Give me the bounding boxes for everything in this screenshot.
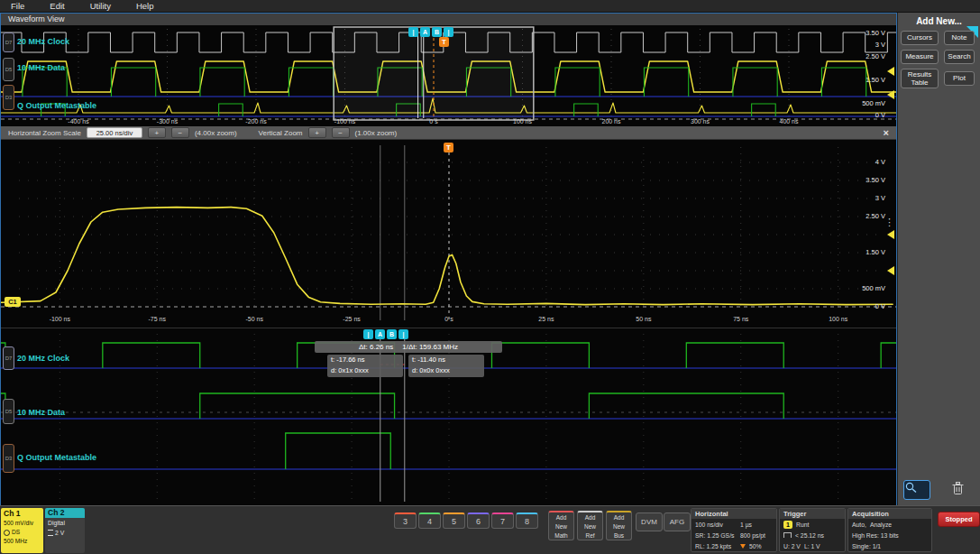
digital-channel-tab[interactable]: D7 [3, 32, 14, 52]
add-new-bus-button[interactable]: AddNewBus [606, 511, 632, 540]
add-new-ref-button[interactable]: AddNewRef [577, 511, 603, 540]
ch1-reference-badge[interactable]: C1 [5, 297, 21, 307]
cursor-b-handle-icon[interactable]: | [398, 329, 408, 339]
digital-waveform-view[interactable]: | A B | Δt: 6.26 ns 1/Δt: 159.63 MHz t: … [1, 328, 896, 505]
cursor-b-time: t: -11.40 ns [412, 355, 484, 365]
probe-icon [4, 530, 10, 536]
cursor-a-data: d: 0x1x 0xxx [331, 365, 403, 376]
sidebar-button-cursors[interactable]: Cursors [901, 31, 939, 45]
cursor-a-handle-icon[interactable]: | [408, 27, 418, 37]
level-marker-arrow-icon [887, 90, 894, 99]
trigger-marker-icon[interactable]: T [444, 143, 453, 152]
channel-buttons: 345678 [394, 512, 538, 529]
panel-drag-handle-icon[interactable]: ⋮ [884, 217, 894, 226]
digital-channel-tab[interactable]: D5 [3, 58, 14, 81]
cursor-b-badge[interactable]: B [387, 329, 397, 339]
inverse-delta-t-value: 1/Δt: 159.63 MHz [402, 343, 458, 351]
time-tick-label: -25 ns [336, 316, 367, 322]
channel-label: 20 MHz Clock [17, 37, 69, 46]
channel-2-mode: Digital [45, 518, 85, 528]
channel-1-badge[interactable]: Ch 1 500 mV/div DS 500 MHz [1, 508, 43, 553]
dvm-button[interactable]: DVM [636, 512, 663, 531]
menu-help[interactable]: Help [136, 1, 154, 11]
digital-channel-tab[interactable]: D7 [3, 346, 14, 370]
digital-channel-tab[interactable]: D5 [3, 399, 14, 424]
horizontal-scale: 100 ns/div [695, 522, 737, 528]
digital-overlay: | A B | Δt: 6.26 ns 1/Δt: 159.63 MHz t: … [1, 328, 896, 505]
acquisition-settings-panel[interactable]: Acquisition Auto,Analyze High Res: 13 bi… [847, 508, 932, 552]
cursor-b-badge[interactable]: B [432, 27, 442, 37]
channel-4-button[interactable]: 4 [418, 512, 441, 529]
h-zoom-decrease-button[interactable]: − [171, 127, 189, 138]
afg-button[interactable]: AFG [664, 512, 691, 531]
volt-tick-label: 4 V [844, 158, 885, 166]
h-zoom-increase-button[interactable]: + [148, 127, 166, 138]
cursor-b-handle-icon[interactable]: | [444, 27, 453, 37]
zoom-tool-button[interactable] [903, 480, 930, 500]
v-zoom-decrease-button[interactable]: − [332, 127, 350, 138]
channel-5-button[interactable]: 5 [443, 512, 465, 529]
time-tick-label: 75 ns [726, 316, 756, 322]
channel-2-name: Ch 2 [45, 508, 85, 518]
channel-2-badge[interactable]: Ch 2 Digital 2 V [45, 508, 85, 553]
menu-file[interactable]: File [11, 1, 24, 11]
horizontal-settings-panel[interactable]: Horizontal 100 ns/div1 µs SR: 1.25 GS/s8… [691, 508, 777, 552]
channel-8-button[interactable]: 8 [516, 512, 538, 529]
menu-bar: File Edit Utility Help [0, 0, 980, 13]
trigger-marker-icon[interactable]: T [439, 37, 449, 47]
oscilloscope-app: { "colors":{"yellow":"#f2e43c","green":"… [0, 0, 980, 554]
sidebar-button-note[interactable]: Note [944, 31, 975, 45]
channel-7-button[interactable]: 7 [491, 512, 514, 529]
cursor-a-badge[interactable]: A [420, 27, 430, 37]
add-new-math-button[interactable]: AddNewMath [548, 511, 574, 540]
time-tick-label: -200 ns [241, 118, 271, 125]
volt-tick-label: 3.50 V [844, 176, 885, 184]
level-marker-arrow-icon [887, 67, 894, 76]
cursor-delta-readout: Δt: 6.26 ns 1/Δt: 159.63 MHz [315, 341, 502, 353]
overview-cursor-badges: | A B | [408, 27, 453, 37]
time-tick-label: 100 ns [508, 118, 538, 125]
channel-1-scale: 500 mV/div [4, 519, 43, 528]
sidebar-button-results-table[interactable]: Results Table [901, 69, 939, 88]
h-zoom-scale-value[interactable]: 25.00 ns/div [87, 127, 142, 138]
level-marker-arrow-icon [887, 230, 894, 239]
v-zoom-label: Vertical Zoom [259, 129, 303, 137]
waveform-view-title: Waveform View [1, 14, 896, 25]
time-tick-label: -300 ns [152, 118, 183, 125]
sidebar-button-measure[interactable]: Measure [901, 50, 939, 64]
overview-graticule[interactable]: | A B | T -400 ns-300 ns-200 ns-100 ns0 … [1, 25, 896, 126]
digital-channel-tab[interactable]: D3 [3, 85, 14, 110]
cursor-a-handle-icon[interactable]: | [363, 329, 373, 339]
add-new-title: Add New... [898, 16, 980, 26]
acquisition-analyze: Analyze [870, 522, 892, 528]
trigger-upper-level: U: 2 V [783, 543, 801, 549]
right-sidebar: Add New... Cursors Note Measure Search R… [897, 13, 980, 505]
zoom-waveform-view[interactable]: T C1 ⋮ -100 ns-75 ns-50 ns-25 ns0 s25 ns… [1, 139, 896, 328]
waveform-view-panel: Waveform View | A B | T -400 ns-300 ns-2… [0, 13, 897, 505]
trash-icon [951, 481, 965, 495]
sidebar-button-search[interactable]: Search [944, 50, 975, 64]
v-zoom-increase-button[interactable]: + [308, 127, 326, 138]
trash-button[interactable] [951, 481, 973, 499]
volt-tick-label: 1.50 V [844, 76, 885, 84]
channel-1-bandwidth: 500 MHz [4, 537, 43, 546]
run-stop-status-badge[interactable]: Stopped [938, 512, 980, 527]
time-tick-label: -50 ns [239, 316, 270, 322]
volt-tick-label: 2.50 V [844, 212, 885, 220]
channel-3-button[interactable]: 3 [394, 512, 417, 529]
runt-pulse-icon [783, 532, 792, 538]
channel-6-button[interactable]: 6 [467, 512, 490, 529]
sidebar-button-plot[interactable]: Plot [944, 71, 975, 86]
time-tick-label: 200 ns [596, 118, 627, 125]
cursor-a-badge[interactable]: A [375, 329, 385, 339]
time-tick-label: -100 ns [330, 118, 361, 125]
menu-edit[interactable]: Edit [50, 1, 64, 11]
trigger-settings-panel[interactable]: Trigger 1Runt < 25.12 ns U: 2 VL: 1 V [779, 508, 846, 552]
volt-tick-label: 0 V [844, 111, 885, 119]
level-marker-arrow-icon [887, 266, 894, 275]
zoom-toolbar: Horizontal Zoom Scale 25.00 ns/div + − (… [1, 126, 896, 139]
menu-utility[interactable]: Utility [90, 1, 111, 11]
volt-tick-label: 3 V [844, 41, 885, 49]
zoom-close-icon[interactable]: × [884, 127, 889, 138]
digital-channel-tab[interactable]: D3 [3, 444, 14, 473]
